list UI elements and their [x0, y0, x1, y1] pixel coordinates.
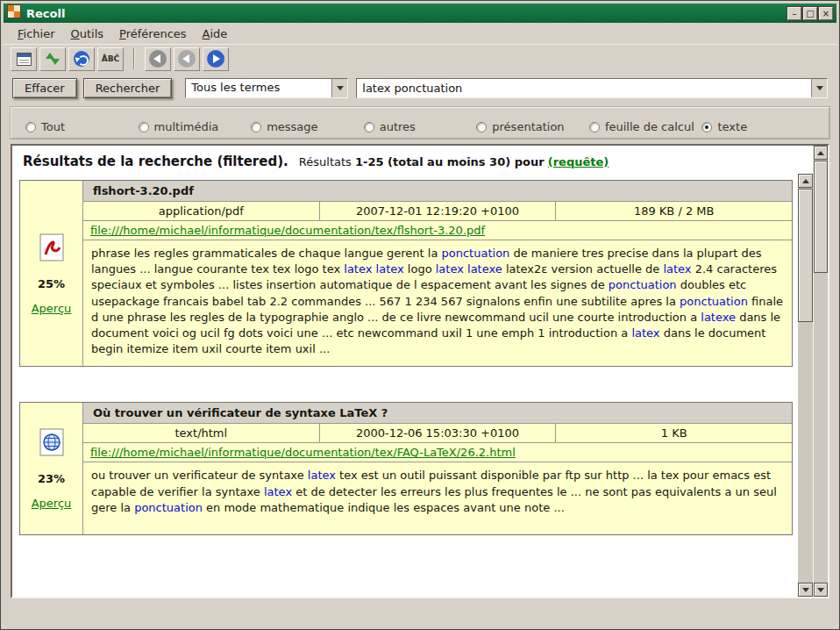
pdf-icon	[39, 233, 65, 266]
result-mimetype: text/html	[83, 424, 320, 442]
back-arrow-icon	[149, 50, 167, 68]
query-dropdown-button[interactable]	[811, 79, 827, 97]
radio-icon[interactable]	[364, 122, 374, 132]
menu-fichier[interactable]: Fichier	[11, 25, 62, 42]
filter-presentation[interactable]: présentation	[476, 116, 589, 138]
radio-icon[interactable]	[701, 122, 712, 132]
previous-page-button[interactable]	[174, 47, 200, 71]
result-date: 2007-12-01 12:19:20 +0100	[320, 202, 557, 220]
search-button[interactable]: Rechercher	[83, 78, 173, 98]
results-header: Résultats de la recherche (filtered). Ré…	[12, 146, 813, 174]
status-bar	[4, 598, 836, 626]
filter-label: Tout	[41, 120, 65, 133]
search-mode-combobox[interactable]: Tous les termes	[185, 78, 348, 98]
radio-icon[interactable]	[476, 122, 487, 132]
filter-label: multimédia	[154, 120, 219, 133]
results-stats: 1-25 (total au moins 30) pour	[355, 155, 545, 168]
results-stats-prefix: Résultats	[299, 155, 352, 168]
html-globe-icon	[39, 427, 65, 461]
scroll-up-button[interactable]	[798, 174, 813, 188]
scrollbar-track[interactable]	[814, 160, 828, 583]
filter-message[interactable]: message	[251, 116, 364, 138]
filter-autres[interactable]: autres	[364, 116, 477, 138]
filter-feuille-de-calcul[interactable]: feuille de calcul	[589, 116, 702, 138]
window-title: Recoll	[26, 7, 782, 20]
preview-link[interactable]: Aperçu	[32, 497, 72, 510]
category-filter-panel: Tout multimédia message autres présentat…	[11, 107, 829, 139]
combo-dropdown-button[interactable]	[331, 79, 347, 97]
scrollbar-thumb[interactable]	[814, 161, 828, 273]
filter-texte[interactable]: texte	[701, 116, 815, 138]
scrollbar-track[interactable]	[798, 188, 813, 583]
result-mimetype: application/pdf	[83, 202, 320, 220]
forward-arrow-icon	[207, 50, 224, 68]
scroll-up-button[interactable]	[814, 146, 828, 160]
result-url-link[interactable]: file:///home/michael/informatique/docume…	[90, 446, 516, 459]
result-side-panel: 23% Aperçu	[20, 403, 83, 534]
query-link[interactable]: (requête)	[548, 155, 609, 168]
search-bar: Effacer Rechercher Tous les termes	[4, 73, 836, 105]
inner-vertical-scrollbar[interactable]	[798, 174, 813, 597]
filter-multimedia[interactable]: multimédia	[139, 116, 252, 138]
close-button[interactable]: ×	[819, 7, 833, 20]
results-list: 25% Aperçu flshort-3.20.pdf application/…	[12, 174, 798, 597]
arrow-down-icon	[817, 588, 824, 592]
titlebar[interactable]: Recoll – □ ×	[4, 4, 836, 23]
relevance-score: 25%	[38, 277, 65, 290]
menu-outils[interactable]: Outils	[64, 25, 111, 42]
result-snippet: ou trouver un verificateur de syntaxe la…	[83, 462, 792, 534]
result-filename: flshort-3.20.pdf	[83, 181, 792, 202]
radio-icon[interactable]	[251, 122, 261, 132]
result-size: 189 KB / 2 MB	[556, 202, 792, 220]
toolbar: ÂBĈ	[4, 44, 836, 73]
filter-label: message	[267, 120, 317, 133]
toolbar-separator	[133, 48, 135, 69]
update-index-button[interactable]	[39, 47, 66, 71]
spellcheck-abc-icon: ÂBĈ	[102, 54, 119, 63]
radio-icon[interactable]	[139, 122, 149, 132]
result-meta-row: application/pdf 2007-12-01 12:19:20 +010…	[83, 202, 792, 221]
query-combobox[interactable]	[356, 78, 828, 98]
menu-aide[interactable]: Aide	[196, 25, 235, 42]
result-filename: Où trouver un vérificateur de syntaxe La…	[83, 403, 792, 424]
scroll-down-button[interactable]	[814, 583, 828, 597]
clear-button[interactable]: Effacer	[12, 78, 77, 98]
radio-icon[interactable]	[589, 122, 600, 132]
result-item: 23% Aperçu Où trouver un vérificateur de…	[19, 402, 793, 535]
result-side-panel: 25% Aperçu	[20, 181, 83, 366]
scrollbar-thumb[interactable]	[798, 189, 813, 322]
preview-link[interactable]: Aperçu	[32, 302, 72, 315]
results-title: Résultats de la recherche (filtered).	[23, 154, 288, 169]
first-page-button[interactable]	[145, 47, 171, 71]
circular-arrow-icon	[74, 51, 89, 67]
result-item: 25% Aperçu flshort-3.20.pdf application/…	[19, 180, 793, 367]
filter-tout[interactable]: Tout	[25, 116, 139, 138]
menu-preferences[interactable]: Préférences	[112, 25, 193, 42]
scroll-down-button[interactable]	[798, 583, 813, 597]
result-size: 1 KB	[556, 424, 792, 442]
document-table-icon	[17, 53, 32, 66]
filter-label: texte	[717, 120, 747, 133]
search-input[interactable]	[357, 79, 811, 97]
next-page-button[interactable]	[203, 47, 229, 71]
results-area: Résultats de la recherche (filtered). Ré…	[11, 144, 829, 598]
result-date: 2000-12-06 15:03:30 +0100	[320, 424, 557, 442]
outer-vertical-scrollbar[interactable]	[813, 146, 828, 597]
search-mode-value: Tous les termes	[186, 79, 331, 97]
relevance-score: 23%	[38, 472, 65, 485]
chevron-down-icon	[816, 86, 823, 90]
filter-label: feuille de calcul	[605, 120, 694, 133]
sync-arrows-icon	[46, 52, 60, 66]
maximize-button[interactable]: □	[803, 7, 817, 20]
chevron-down-icon	[337, 86, 344, 90]
recoll-window: Recoll – □ × Fichier Outils Préférences …	[0, 0, 840, 630]
arrow-up-icon	[802, 179, 809, 183]
term-explorer-button[interactable]: ÂBĈ	[97, 47, 124, 71]
clear-list-button[interactable]	[11, 47, 37, 71]
minimize-button[interactable]: –	[787, 7, 801, 20]
result-url-link[interactable]: file:///home/michael/informatique/docume…	[90, 224, 485, 237]
filter-label: présentation	[492, 120, 564, 133]
radio-icon[interactable]	[25, 122, 36, 132]
menubar: Fichier Outils Préférences Aide	[4, 23, 836, 44]
history-button[interactable]	[68, 47, 95, 71]
